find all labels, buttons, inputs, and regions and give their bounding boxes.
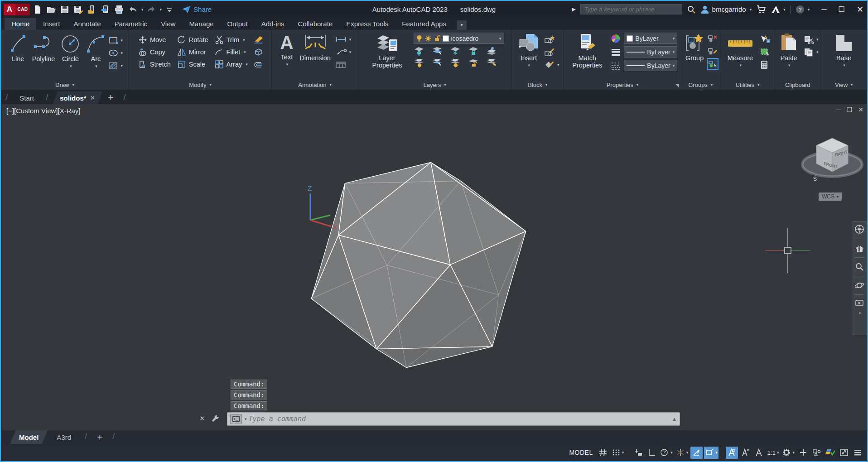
lineweight-combo-dropdown[interactable]: ▾ (673, 50, 675, 54)
quick-calculator-button[interactable] (760, 60, 771, 70)
layer-walk-icon[interactable] (486, 47, 497, 56)
isodraft-dropdown[interactable]: ▾ (686, 450, 689, 455)
measure-dropdown[interactable]: ▾ (740, 63, 742, 67)
insert-block-button[interactable]: Insert ▾ (516, 32, 541, 69)
orbit-icon[interactable] (854, 281, 864, 290)
ribbon-display-toggle[interactable]: ▾ (457, 20, 467, 30)
select-objects-button[interactable] (760, 47, 771, 57)
panel-label-utilities[interactable]: Utilities▾ (720, 80, 775, 90)
copy-clip-dropdown[interactable]: ▾ (816, 50, 819, 54)
color-wheel-icon[interactable] (611, 34, 621, 43)
dimension-button[interactable]: Dimension (298, 32, 333, 63)
dimension-dropdown[interactable]: ▾ (349, 37, 352, 42)
tab-output[interactable]: Output (221, 18, 255, 30)
array-dropdown[interactable]: ▾ (246, 62, 248, 67)
stretch-button[interactable]: Stretch (137, 58, 172, 70)
isodraft-toggle[interactable]: ▾ (675, 447, 690, 459)
undo-button[interactable] (127, 4, 139, 15)
rectangle-dropdown[interactable]: ▾ (121, 38, 123, 43)
text-button[interactable]: A Text ▾ (278, 32, 295, 68)
share-button[interactable]: Share (182, 5, 212, 14)
linetype-combo-dropdown[interactable]: ▾ (673, 63, 675, 68)
wcs-menu[interactable]: WCS ▾ (819, 192, 842, 201)
ellipse-button[interactable]: ▾ (108, 48, 123, 58)
group-edit-button[interactable] (708, 46, 718, 56)
panel-label-annotation[interactable]: Annotation▾ (272, 80, 358, 90)
panel-label-view[interactable]: View▾ (820, 80, 867, 90)
cut-button[interactable]: ▾ (803, 34, 819, 44)
trim-button[interactable]: Trim ▾ (213, 34, 249, 46)
explode-button[interactable] (253, 47, 264, 57)
viewport-controls-label[interactable]: [−][Custom View][X-Ray] (6, 107, 81, 115)
annotation-visibility-toggle[interactable] (726, 447, 738, 459)
group-button[interactable]: Group (683, 32, 706, 63)
fillet-dropdown[interactable]: ▾ (244, 50, 246, 54)
lineweight-icon[interactable] (611, 48, 621, 56)
osnap-tracking-toggle[interactable] (690, 447, 703, 459)
arc-dropdown[interactable]: ▾ (95, 64, 97, 68)
tab-collaborate[interactable]: Collaborate (291, 18, 339, 30)
command-customize-wrench-icon[interactable] (212, 414, 220, 423)
snap-dropdown[interactable]: ▾ (622, 450, 624, 455)
clean-screen-button[interactable] (838, 447, 850, 459)
define-attributes-button[interactable]: ▾ (544, 60, 559, 70)
drawing-viewport[interactable]: [−][Custom View][X-Ray] ─ ❐ ✕ Z X S FRON… (2, 104, 868, 430)
model-space-badge[interactable]: MODEL (569, 449, 593, 456)
scale-dropdown[interactable]: ▾ (777, 450, 779, 455)
color-combo-dropdown[interactable]: ▾ (673, 36, 675, 41)
polyline-button[interactable]: Polyline (30, 32, 57, 64)
customization-button[interactable]: ▾ (781, 447, 796, 459)
help-button[interactable]: ? ▾ (795, 5, 810, 14)
viewcube-south-label[interactable]: S (813, 176, 817, 182)
viewport-minimize-icon[interactable]: ─ (836, 106, 841, 113)
panel-label-properties[interactable]: Properties▾ (564, 80, 681, 90)
properties-dialog-launcher[interactable]: ◥ (675, 83, 679, 88)
linetype-combobox[interactable]: ByLayer ▾ (624, 60, 677, 71)
ortho-mode-toggle[interactable] (646, 447, 658, 459)
dynamic-input-toggle[interactable] (632, 447, 644, 459)
panel-label-draw[interactable]: Draw▾ (1, 80, 129, 90)
minimize-button[interactable]: ─ (821, 5, 826, 14)
layer-match-icon[interactable] (450, 58, 461, 67)
layer-previous-icon[interactable] (468, 58, 479, 67)
search-box[interactable] (580, 4, 682, 14)
circle-button[interactable]: Circle ▾ (58, 32, 83, 70)
layer-lock-icon[interactable] (468, 47, 479, 56)
scale-button[interactable]: Scale (176, 58, 210, 70)
quick-select-button[interactable] (760, 34, 771, 44)
user-dropdown[interactable]: ▾ (750, 7, 752, 12)
layer-isolate-icon[interactable] (414, 47, 424, 56)
open-from-web-button[interactable] (86, 4, 98, 15)
autodesk-apps-button[interactable]: ▾ (771, 5, 786, 14)
open-file-button[interactable] (45, 4, 57, 15)
match-properties-button[interactable]: Match Properties (567, 32, 607, 70)
autocad-logo[interactable]: A CAD (4, 4, 30, 15)
maximize-button[interactable]: ☐ (839, 5, 845, 14)
trim-dropdown[interactable]: ▾ (243, 38, 245, 42)
cut-dropdown[interactable]: ▾ (816, 37, 819, 42)
grid-display-toggle[interactable] (597, 447, 609, 459)
save-as-button[interactable] (72, 4, 84, 15)
customization-dropdown[interactable]: ▾ (792, 450, 795, 455)
object-color-combobox[interactable]: ByLayer ▾ (624, 33, 677, 44)
new-layout-button[interactable]: ＋ (92, 431, 108, 444)
layout-tab-a3rd[interactable]: A3rd (48, 430, 80, 444)
polar-tracking-toggle[interactable]: ▾ (659, 447, 674, 459)
command-bar[interactable]: ▾ ▲ (227, 412, 680, 426)
text-dropdown[interactable]: ▾ (286, 62, 289, 67)
redo-button[interactable] (145, 4, 157, 15)
file-tab-start[interactable]: Start (12, 91, 41, 104)
command-terminal-icon[interactable] (230, 414, 242, 424)
show-motion-icon[interactable] (855, 299, 864, 307)
tab-manage[interactable]: Manage (182, 18, 220, 30)
panel-label-groups[interactable]: Groups▾ (681, 80, 720, 90)
layer-combo-dropdown[interactable]: ▾ (499, 36, 502, 41)
insert-dropdown[interactable]: ▾ (528, 63, 530, 67)
viewport-close-icon[interactable]: ✕ (858, 106, 863, 113)
paste-dropdown[interactable]: ▾ (788, 63, 791, 67)
tab-annotate[interactable]: Annotate (67, 18, 108, 30)
cart-icon[interactable] (756, 5, 766, 14)
layer-properties-button[interactable]: Layer Properties (366, 32, 409, 70)
file-tab-solidos[interactable]: solidos* ✕ (53, 91, 102, 104)
signin-area[interactable]: bmcgarrido ▾ (700, 5, 752, 14)
